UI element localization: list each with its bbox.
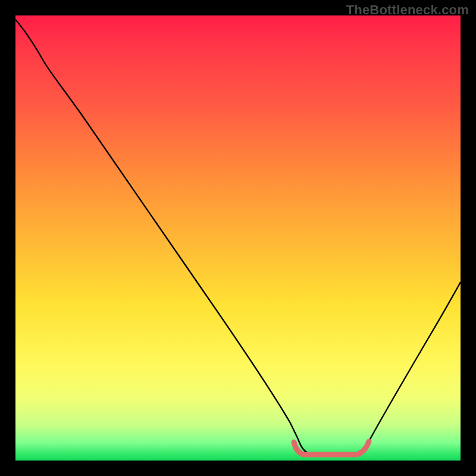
optimum-range-marker xyxy=(294,441,369,455)
watermark-text: TheBottleneck.com xyxy=(346,2,469,18)
bottleneck-curve xyxy=(15,20,461,455)
plot-area xyxy=(15,15,461,461)
chart-frame xyxy=(15,15,461,461)
curve-layer xyxy=(15,15,461,461)
